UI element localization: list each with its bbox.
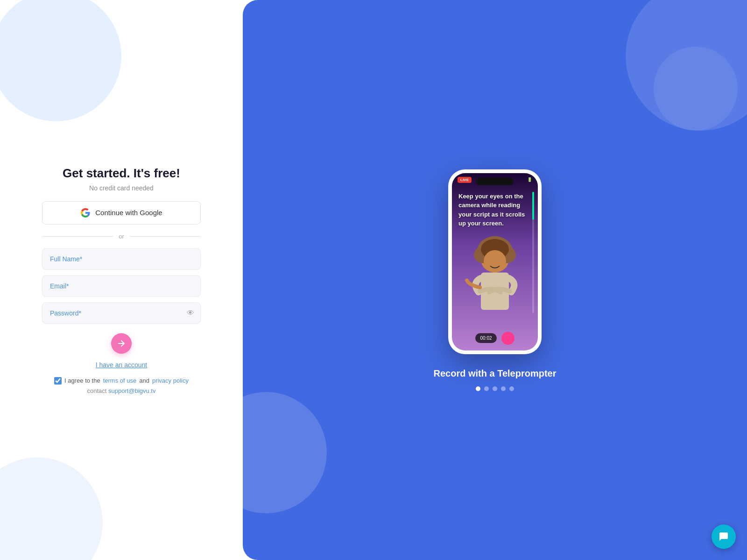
scroll-thumb bbox=[532, 192, 534, 220]
contact-email[interactable]: support@bigvu.tv bbox=[108, 387, 155, 394]
dot-2[interactable] bbox=[484, 386, 489, 391]
chat-bubble-button[interactable] bbox=[712, 525, 736, 549]
full-name-input[interactable] bbox=[42, 248, 201, 270]
terms-prefix: I agree to the bbox=[64, 377, 100, 384]
carousel-dots bbox=[476, 386, 514, 391]
form-subtitle: No credit card needed bbox=[89, 184, 154, 192]
have-account-link[interactable]: I have an account bbox=[96, 361, 148, 369]
google-btn-label: Continue with Google bbox=[95, 209, 162, 217]
live-badge: LIVE bbox=[458, 177, 472, 183]
password-input[interactable] bbox=[42, 302, 201, 324]
divider-line-right bbox=[130, 236, 201, 237]
phone-mockup: LIVE 🔋 Keep your eyes on the camera whil… bbox=[448, 169, 542, 354]
terms-checkbox[interactable] bbox=[54, 377, 62, 385]
right-circle-mid bbox=[654, 47, 738, 131]
password-wrapper: 👁 bbox=[42, 302, 201, 324]
right-panel: LIVE 🔋 Keep your eyes on the camera whil… bbox=[243, 0, 747, 560]
phone-controls: 00:02 bbox=[452, 332, 538, 345]
svg-point-6 bbox=[484, 250, 506, 273]
timer-text: 00:02 bbox=[480, 336, 492, 341]
divider: or bbox=[42, 233, 201, 240]
teleprompter-text: Keep your eyes on the camera while readi… bbox=[458, 192, 531, 228]
dot-3[interactable] bbox=[493, 386, 497, 391]
person-silhouette bbox=[458, 231, 532, 325]
left-panel: Get started. It's free! No credit card n… bbox=[0, 0, 243, 560]
eye-icon[interactable]: 👁 bbox=[187, 309, 194, 317]
google-icon bbox=[80, 208, 91, 218]
dot-1[interactable] bbox=[476, 386, 480, 391]
divider-line-left bbox=[42, 236, 113, 237]
chat-icon bbox=[718, 531, 729, 542]
dot-5[interactable] bbox=[509, 386, 514, 391]
timer-display: 00:02 bbox=[475, 333, 496, 343]
terms-link[interactable]: terms of use bbox=[103, 377, 137, 384]
dot-4[interactable] bbox=[501, 386, 506, 391]
status-right: 🔋 bbox=[527, 177, 532, 182]
form-title: Get started. It's free! bbox=[63, 166, 180, 181]
signup-form: Get started. It's free! No credit card n… bbox=[42, 166, 201, 394]
contact-row: contact support@bigvu.tv bbox=[87, 387, 156, 394]
scroll-bar bbox=[532, 192, 534, 313]
submit-button[interactable] bbox=[111, 333, 132, 354]
terms-and: and bbox=[139, 377, 149, 384]
email-input[interactable] bbox=[42, 275, 201, 297]
phone-screen: LIVE 🔋 Keep your eyes on the camera whil… bbox=[452, 173, 538, 350]
right-circle-bottom bbox=[243, 392, 327, 513]
contact-prefix: contact bbox=[87, 387, 107, 394]
decorative-circle-top bbox=[0, 0, 121, 121]
google-signin-button[interactable]: Continue with Google bbox=[42, 201, 201, 224]
privacy-link[interactable]: privacy policy bbox=[152, 377, 189, 384]
terms-row: I agree to the terms of use and privacy … bbox=[54, 377, 189, 385]
battery-icon: 🔋 bbox=[527, 177, 532, 182]
divider-text: or bbox=[119, 233, 124, 240]
slide-title: Record with a Teleprompter bbox=[433, 368, 556, 379]
phone-notch bbox=[476, 178, 514, 185]
decorative-circle-bottom bbox=[0, 457, 103, 560]
record-stop-button[interactable] bbox=[501, 332, 514, 345]
